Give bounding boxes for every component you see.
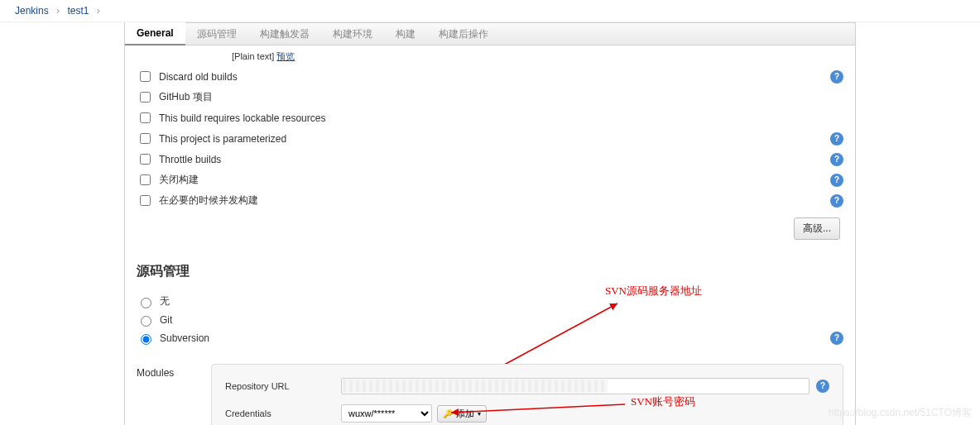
preview-link[interactable]: 预览 <box>276 51 295 61</box>
help-icon[interactable]: ? <box>830 174 843 187</box>
scm-git-label: Git <box>160 314 843 326</box>
section-general: [Plain text] 预览 Discard old builds ? Git… <box>124 45 856 255</box>
opt-label: Discard old builds <box>159 71 824 83</box>
credentials-label: Credentials <box>225 408 341 418</box>
description-plaintext-hint: [Plain text] 预览 <box>137 50 843 63</box>
section-scm: 无 Git Subversion ? SVN源码服务器地址 <box>124 287 856 356</box>
advanced-button[interactable]: 高级... <box>794 217 840 240</box>
tab-build[interactable]: 构建 <box>384 23 427 45</box>
scm-git-radio[interactable] <box>141 316 151 327</box>
config-tabs: General 源码管理 构建触发器 构建环境 构建 构建后操作 <box>124 22 856 45</box>
help-icon[interactable]: ? <box>830 153 843 166</box>
svn-modules-block: Modules Repository URL ? Credentials wux… <box>124 356 856 425</box>
scm-svn-label: Subversion <box>160 332 824 344</box>
tab-post[interactable]: 构建后操作 <box>427 23 500 45</box>
opt-disable-build[interactable] <box>140 174 151 185</box>
breadcrumb: Jenkins › test1 › <box>0 0 980 22</box>
help-icon[interactable]: ? <box>830 332 843 345</box>
modules-label: Modules <box>137 364 211 425</box>
opt-parameterized[interactable] <box>140 133 151 144</box>
credentials-select[interactable]: wuxw/****** <box>341 404 432 423</box>
opt-label: Throttle builds <box>159 154 824 165</box>
repo-url-label: Repository URL <box>225 381 341 391</box>
help-icon[interactable]: ? <box>830 132 843 146</box>
chevron-right-icon: › <box>56 5 60 17</box>
opt-label: 关闭构建 <box>159 173 824 187</box>
scm-none-radio[interactable] <box>141 298 151 308</box>
opt-lockable-resources[interactable] <box>140 112 151 123</box>
opt-label: GitHub 项目 <box>159 90 843 104</box>
help-icon[interactable]: ? <box>816 380 829 393</box>
dropdown-caret-icon: ▾ <box>478 410 481 418</box>
opt-label: This build requires lockable resources <box>159 112 843 124</box>
chevron-right-icon: › <box>97 5 100 17</box>
opt-label: This project is parameterized <box>159 133 824 145</box>
tab-env[interactable]: 构建环境 <box>321 23 384 45</box>
breadcrumb-item[interactable]: test1 <box>67 5 89 17</box>
add-credentials-button[interactable]: 🔑 添加 ▾ <box>437 405 487 423</box>
section-scm-heading: 源码管理 <box>124 255 856 287</box>
breadcrumb-root[interactable]: Jenkins <box>15 5 49 17</box>
scm-svn-radio[interactable] <box>141 334 151 345</box>
opt-github-project[interactable] <box>140 92 151 103</box>
opt-concurrent-build[interactable] <box>140 195 151 206</box>
help-icon[interactable]: ? <box>830 70 843 84</box>
tab-triggers[interactable]: 构建触发器 <box>248 23 321 45</box>
tab-scm[interactable]: 源码管理 <box>185 23 248 45</box>
key-icon: 🔑 <box>443 409 453 418</box>
help-icon[interactable]: ? <box>830 194 843 208</box>
opt-label: 在必要的时候并发构建 <box>159 193 824 208</box>
redacted-content <box>343 380 608 393</box>
scm-none-label: 无 <box>160 294 843 308</box>
opt-throttle-builds[interactable] <box>140 154 151 165</box>
tab-general[interactable]: General <box>125 22 185 45</box>
opt-discard-old-builds[interactable] <box>140 71 151 82</box>
